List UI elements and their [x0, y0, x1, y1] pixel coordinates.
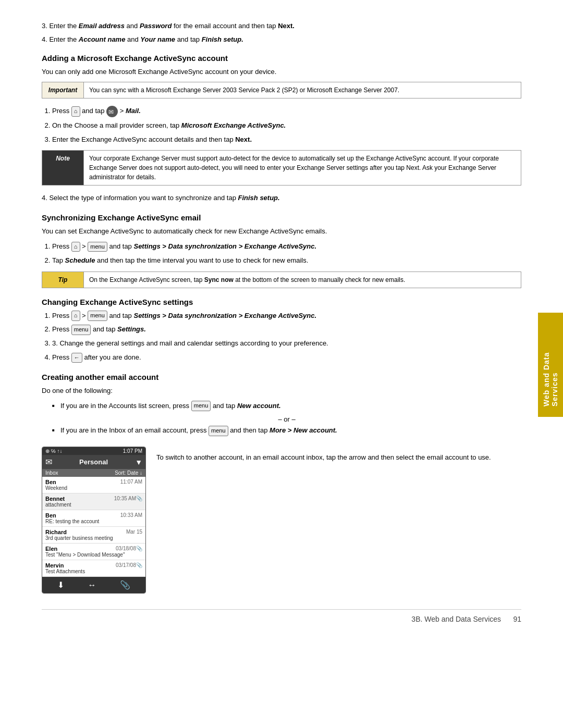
menu-key-changing1: menu: [88, 311, 107, 321]
important-box: Important You can sync with a Microsoft …: [42, 82, 521, 98]
note-text: Your corporate Exchange Server must supp…: [89, 155, 499, 181]
email-row: 📎 03/18/08 Elen Test "Menu > Download Me…: [42, 544, 145, 560]
creating-bullet-list-2: If you are in the Inbox of an email acco…: [52, 425, 521, 436]
attachment-icon: 📎: [136, 546, 142, 551]
sync-steps: Press ⌂ > menu and tap Settings > Data s…: [52, 241, 521, 266]
or-divider: – or –: [52, 415, 521, 423]
footer-label: 3B. Web and Data Services: [411, 615, 501, 623]
email-row: 📎 10:35 AM Bennet attachment: [42, 493, 145, 510]
tip-content: On the Exchange ActiveSync screen, tap S…: [84, 272, 521, 288]
email-subject: attachment: [45, 502, 142, 508]
email-row: Mar 15 Richard 3rd quarter business meet…: [42, 527, 145, 544]
menu-key-changing2: menu: [71, 325, 91, 335]
home-key-sync: ⌂: [71, 242, 80, 252]
header-arrow: ▼: [135, 458, 142, 466]
changing-step-1: Press ⌂ > menu and tap Settings > Data s…: [52, 311, 521, 322]
changing-heading: Changing Exchange ActiveSync settings: [42, 298, 521, 306]
sync-heading: Synchronizing Exchange ActiveSync email: [42, 213, 521, 222]
bullet-1: If you are in the Accounts list screen, …: [52, 401, 521, 412]
note-label: Note: [42, 151, 84, 185]
header-title: Personal: [79, 458, 108, 466]
status-icons: ⊕ ℅ ↑↓: [45, 448, 62, 454]
section-changing: Changing Exchange ActiveSync settings Pr…: [42, 298, 521, 363]
email-time: 11:07 AM: [120, 479, 142, 485]
screenshot-caption: To switch to another account, in an emai…: [156, 447, 521, 463]
note-content: Your corporate Exchange Server must supp…: [84, 151, 521, 185]
status-time: 1:07 PM: [123, 448, 142, 454]
email-time: 03/17/08: [116, 562, 136, 568]
email-subject: RE: testing the account: [45, 519, 142, 524]
tip-box: Tip On the Exchange ActiveSync screen, t…: [42, 272, 521, 288]
phone-subheader: Inbox Sort: Date ↓: [42, 469, 145, 477]
email-time: 10:33 AM: [120, 512, 142, 518]
email-subject: Test "Menu > Download Message": [45, 552, 142, 558]
adding-intro: You can only add one Microsoft Exchange …: [42, 67, 521, 78]
home-key: ⌂: [71, 106, 80, 117]
mail-icon: [106, 106, 118, 117]
email-subject: Weekend: [45, 485, 142, 491]
adding-step-3: Enter the Exchange ActiveSync account de…: [52, 134, 521, 145]
creating-bullet-list: If you are in the Accounts list screen, …: [52, 401, 521, 412]
creating-intro: Do one of the following:: [42, 386, 521, 397]
changing-steps: Press ⌂ > menu and tap Settings > Data s…: [52, 311, 521, 363]
right-tab-label: Web and Data Services: [542, 323, 559, 406]
back-key-changing: ←: [71, 353, 82, 363]
step-4: 4. Enter the Account name and Your name …: [42, 34, 521, 45]
subheader-sort: Sort: Date ↓: [115, 470, 142, 476]
email-row: 📎 03/17/08 Mervin Test Attachments: [42, 560, 145, 577]
section-adding: Adding a Microsoft Exchange ActiveSync a…: [42, 54, 521, 204]
header-icon: ✉: [45, 457, 52, 467]
important-text: You can sync with a Microsoft Exchange S…: [89, 87, 399, 94]
important-content: You can sync with a Microsoft Exchange S…: [84, 82, 521, 98]
subheader-inbox: Inbox: [45, 470, 58, 476]
menu-key-bullet1: menu: [191, 401, 211, 411]
attachment-icon: 📎: [136, 562, 142, 568]
adding-step-1: Press ⌂ and tap > Mail.: [52, 106, 521, 117]
menu-key-sync1: menu: [88, 242, 107, 252]
note-box: Note Your corporate Exchange Server must…: [42, 150, 521, 186]
email-time: 03/18/08: [116, 546, 136, 551]
sync-step-2: Tap Schedule and then tap the time inter…: [52, 255, 521, 266]
attachment-icon: 📎: [136, 496, 142, 501]
home-key-changing: ⌂: [71, 311, 80, 321]
page-number: 91: [513, 615, 521, 623]
top-steps: 3. Enter the Email address and Password …: [42, 21, 521, 44]
changing-step-2: Press menu and tap Settings.: [52, 324, 521, 335]
adding-step-2: On the Choose a mail provider screen, ta…: [52, 120, 521, 131]
step-3: 3. Enter the Email address and Password …: [42, 21, 521, 31]
footer-icon-shuffle: ↔: [88, 581, 96, 590]
screenshot-container: ⊕ ℅ ↑↓ 1:07 PM ✉ Personal ▼ Inbox Sort: …: [42, 447, 521, 594]
menu-key-bullet2: menu: [209, 426, 228, 436]
email-row: 10:33 AM Ben RE: testing the account: [42, 510, 145, 527]
section-creating: Creating another email account Do one of…: [42, 373, 521, 594]
adding-heading: Adding a Microsoft Exchange ActiveSync a…: [42, 54, 521, 63]
phone-header: ✉ Personal ▼: [42, 455, 145, 469]
changing-step-4: Press ← after you are done.: [52, 352, 521, 363]
email-row: 11:07 AM Ben Weekend: [42, 477, 145, 493]
phone-footer: ⬇ ↔ 📎: [42, 577, 145, 593]
adding-steps: Press ⌂ and tap > Mail. On the Choose a …: [52, 106, 521, 145]
page-footer: 3B. Web and Data Services 91: [42, 609, 521, 623]
email-subject: 3rd quarter business meeting: [45, 535, 142, 541]
important-label: Important: [42, 82, 84, 98]
creating-heading: Creating another email account: [42, 373, 521, 381]
sync-intro: You can set Exchange ActiveSync to autom…: [42, 226, 521, 237]
email-time: Mar 15: [126, 529, 142, 535]
right-tab: Web and Data Services: [538, 313, 563, 417]
tip-label: Tip: [42, 272, 84, 288]
footer-icon-attach: 📎: [120, 580, 130, 590]
footer-text: 3B. Web and Data Services 91: [411, 615, 521, 623]
footer-icon-download: ⬇: [57, 580, 64, 590]
adding-step-4: 4. Select the type of information you wa…: [42, 193, 521, 204]
phone-status-bar: ⊕ ℅ ↑↓ 1:07 PM: [42, 447, 145, 455]
phone-screen: ⊕ ℅ ↑↓ 1:07 PM ✉ Personal ▼ Inbox Sort: …: [42, 447, 146, 594]
email-subject: Test Attachments: [45, 569, 142, 574]
sync-step-1: Press ⌂ > menu and tap Settings > Data s…: [52, 241, 521, 252]
changing-step-3: 3. Change the general settings and mail …: [52, 338, 521, 349]
email-time: 10:35 AM: [114, 496, 136, 501]
section-sync: Synchronizing Exchange ActiveSync email …: [42, 213, 521, 288]
bullet-2: If you are in the Inbox of an email acco…: [52, 425, 521, 436]
